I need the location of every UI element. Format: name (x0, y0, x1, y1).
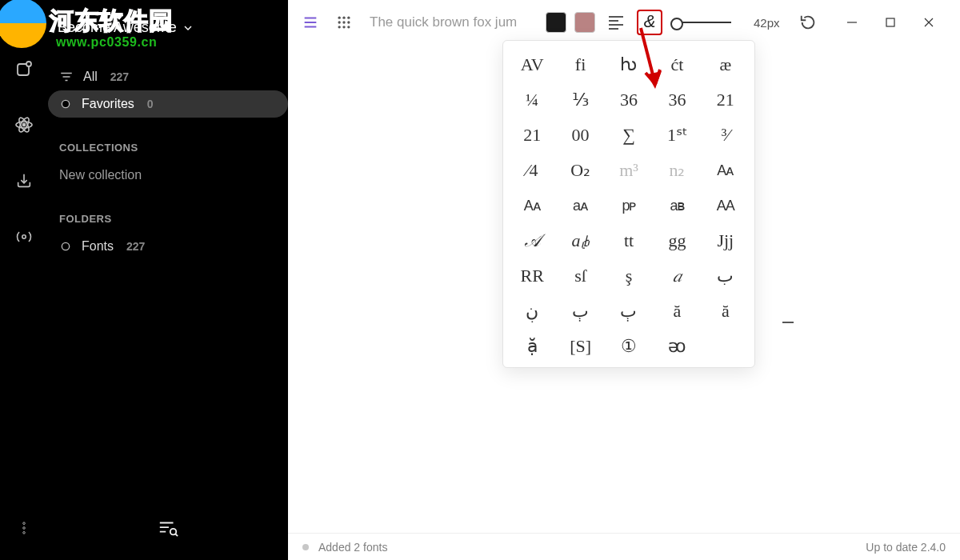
glyph-cell[interactable]: ş (605, 258, 653, 294)
folder-item-count: 227 (126, 240, 145, 253)
hamburger-icon (302, 14, 319, 31)
glyph-cell[interactable]: ⅓ (556, 82, 604, 118)
menu-button[interactable] (298, 10, 323, 35)
glyph-cell[interactable]: ƕ (605, 47, 653, 82)
glyph-cell[interactable]: n₂ (653, 153, 701, 188)
svg-point-9 (23, 532, 26, 534)
size-slider[interactable] (675, 22, 731, 23)
undo-icon (799, 14, 817, 31)
folder-item-label: Fonts (82, 239, 114, 254)
glyph-cell[interactable]: tt (605, 223, 653, 258)
rail-atom-icon[interactable] (11, 112, 37, 138)
glyph-cell[interactable]: 36 (605, 82, 653, 118)
svg-rect-22 (886, 18, 894, 26)
grid-icon (336, 14, 352, 30)
window-maximize[interactable] (883, 15, 898, 30)
rail-broadcast-icon[interactable] (11, 224, 37, 250)
glyph-cell[interactable]: ¼ (508, 82, 556, 118)
folder-item-fonts[interactable]: Fonts 227 (48, 233, 288, 260)
glyph-cell[interactable]: Aᴀ (508, 188, 556, 223)
svg-point-14 (342, 17, 345, 19)
text-align-button[interactable] (603, 10, 629, 35)
rail-import-icon[interactable] (11, 168, 37, 194)
sidebar: Become Awesome All 227 Favorites 0 COLLE… (48, 0, 288, 560)
filter-lines-icon (59, 70, 74, 84)
glyph-cell[interactable]: ⁄4 (508, 153, 556, 188)
glyph-cell[interactable]: 𝒜 (508, 223, 556, 258)
circle-icon (59, 98, 72, 110)
glyph-cell[interactable]: ćt (653, 47, 701, 82)
svg-point-16 (338, 21, 341, 23)
slider-track[interactable] (675, 22, 731, 23)
glyph-cell[interactable]: æ (702, 47, 750, 82)
glyph-cell[interactable]: ă (702, 294, 750, 329)
grid-view-button[interactable] (331, 10, 357, 35)
glyph-cell[interactable]: AA (702, 188, 750, 223)
new-collection-button[interactable]: New collection (48, 162, 288, 189)
collections-heading: COLLECTIONS (48, 142, 288, 162)
glyph-cell[interactable]: 𝑎 (653, 258, 701, 294)
glyph-cell[interactable]: RR (508, 258, 556, 294)
align-left-icon (609, 16, 623, 30)
svg-point-5 (22, 123, 25, 126)
glyph-cell[interactable]: gg (653, 223, 701, 258)
background-color-swatch[interactable] (574, 12, 595, 33)
circle-icon (59, 240, 72, 253)
glyph-cell[interactable]: aꞗ (556, 223, 604, 258)
version-label: Up to date 2.4.0 (866, 541, 946, 554)
rail-library-icon[interactable] (11, 56, 37, 82)
svg-point-6 (22, 235, 26, 238)
svg-point-17 (342, 21, 345, 23)
glyph-cell[interactable]: fi (556, 47, 604, 82)
glyph-cell[interactable]: 21 (702, 82, 750, 118)
sidebar-item-label: All (83, 70, 98, 84)
filter-search-button[interactable] (155, 515, 181, 541)
toolbar: The quick brown fox jum & 42px (288, 0, 960, 45)
status-dot (302, 544, 309, 550)
glyph-cell[interactable]: aᴀ (556, 188, 604, 223)
glyph-cell[interactable]: m³ (605, 153, 653, 188)
glyph-cell[interactable]: 21 (508, 118, 556, 153)
foreground-color-swatch[interactable] (546, 12, 566, 33)
sidebar-item-count: 227 (110, 70, 129, 83)
rail-more-icon[interactable] (11, 515, 37, 541)
glyph-cell[interactable]: aʙ (653, 188, 701, 223)
svg-point-18 (347, 21, 350, 23)
glyph-cell[interactable]: ① (605, 329, 653, 364)
glyph-cell[interactable]: ă (653, 294, 701, 329)
svg-point-12 (170, 529, 176, 534)
chevron-down-icon (182, 22, 194, 34)
glyph-cell[interactable]: ٻ (556, 294, 604, 329)
status-message: Added 2 fonts (318, 541, 387, 554)
window-minimize[interactable] (845, 15, 859, 30)
glyph-cell[interactable]: ặ (508, 329, 556, 364)
sidebar-item-favorites[interactable]: Favorites 0 (48, 90, 288, 118)
glyph-cell[interactable]: ³⁄ (702, 118, 750, 153)
brand-dropdown[interactable]: Become Awesome (48, 13, 288, 36)
glyph-cell[interactable]: [S] (556, 329, 604, 364)
glyph-cell[interactable]: ٻ (605, 294, 653, 329)
glyph-cell[interactable]: sſ (556, 258, 604, 294)
glyph-cell[interactable]: ᴔ (653, 329, 701, 364)
ampersand-icon: & (644, 11, 656, 32)
sidebar-item-all[interactable]: All 227 (48, 63, 288, 90)
glyph-cell[interactable]: ب (702, 258, 750, 294)
glyph-cell[interactable]: 1ˢᵗ (653, 118, 701, 153)
text-caret (782, 322, 794, 323)
glyph-cell[interactable]: AV (508, 47, 556, 82)
window-close[interactable] (922, 15, 936, 30)
folders-heading: FOLDERS (48, 213, 288, 233)
glyph-cell[interactable]: ∑ (605, 118, 653, 153)
glyph-cell[interactable]: pᴘ (605, 188, 653, 223)
glyph-cell[interactable]: 00 (556, 118, 604, 153)
glyph-cell[interactable]: ڹ (508, 294, 556, 329)
status-bar: Added 2 fonts Up to date 2.4.0 (288, 533, 960, 560)
glyph-cell[interactable]: O₂ (556, 153, 604, 188)
sample-text-input[interactable]: The quick brown fox jum (370, 14, 517, 30)
svg-point-13 (338, 17, 341, 19)
glyph-cell[interactable]: 36 (653, 82, 701, 118)
glyph-cell[interactable]: Aᴀ (702, 153, 750, 188)
glyph-cell[interactable]: Jjj (702, 223, 750, 258)
glyphs-button[interactable]: & (637, 10, 662, 35)
reset-button[interactable] (795, 10, 821, 35)
